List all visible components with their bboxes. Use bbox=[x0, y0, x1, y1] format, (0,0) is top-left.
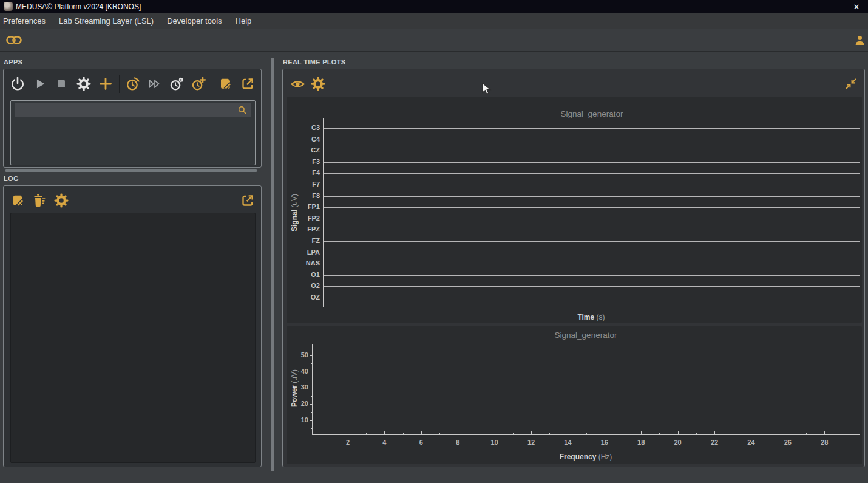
search-icon[interactable] bbox=[237, 104, 248, 115]
panel-splitter[interactable] bbox=[271, 58, 274, 471]
minimize-button[interactable]: — bbox=[801, 0, 822, 13]
x-tick-label-16: 16 bbox=[592, 439, 617, 446]
application-window: MEDUSA© Platform v2024 [KRONOS] — ✕ Pref… bbox=[0, 0, 868, 483]
maximize-button[interactable] bbox=[824, 0, 845, 13]
app-logo-icon bbox=[4, 2, 13, 11]
x-minor-tick-11 bbox=[513, 433, 514, 434]
y-minor-tick-25 bbox=[311, 396, 313, 397]
x-major-tick-12 bbox=[531, 431, 532, 434]
channel-baseline-lpa bbox=[324, 253, 860, 253]
x-minor-tick-7 bbox=[439, 433, 440, 434]
log-settings-gear-icon[interactable] bbox=[53, 193, 69, 208]
y-minor-tick-35 bbox=[311, 380, 313, 380]
menu-item-preferences[interactable]: Preferences bbox=[3, 13, 52, 29]
menu-item-help[interactable]: Help bbox=[229, 13, 259, 29]
channel-baseline-cz bbox=[324, 151, 860, 151]
main-toolbar bbox=[0, 30, 868, 52]
minimize-icon: — bbox=[808, 2, 815, 11]
channel-baseline-f8 bbox=[324, 196, 860, 197]
lsl-link-icon[interactable] bbox=[6, 35, 22, 45]
channel-baseline-f7 bbox=[324, 185, 860, 185]
channel-baseline-o2 bbox=[324, 286, 860, 287]
x-major-tick-6 bbox=[421, 431, 422, 434]
x-tick-label-12: 12 bbox=[519, 439, 543, 446]
log-clear-trash-icon[interactable] bbox=[32, 193, 47, 208]
timer-settings-icon[interactable] bbox=[169, 76, 185, 92]
x-minor-tick-15 bbox=[586, 433, 587, 434]
x-major-tick-28 bbox=[824, 431, 825, 434]
menu-item-developer-tools[interactable]: Developer tools bbox=[160, 13, 228, 29]
x-tick-label-28: 28 bbox=[812, 439, 836, 446]
x-minor-tick-3 bbox=[366, 433, 367, 434]
channel-baseline-c4 bbox=[324, 140, 860, 140]
x-major-tick-8 bbox=[458, 431, 458, 434]
channel-label-fz: FZ bbox=[285, 237, 320, 244]
user-account-icon[interactable] bbox=[853, 34, 866, 47]
collapse-arrows-icon[interactable] bbox=[844, 77, 858, 91]
channel-label-c4: C4 bbox=[285, 135, 320, 143]
y-major-tick-40 bbox=[310, 372, 313, 372]
log-edit-notes-icon[interactable] bbox=[11, 193, 25, 208]
channel-label-nas: NAS bbox=[285, 259, 320, 267]
x-tick-label-10: 10 bbox=[483, 439, 507, 446]
x-tick-label-14: 14 bbox=[555, 439, 580, 446]
x-major-tick-26 bbox=[788, 431, 788, 434]
spectrum-y-axis-label: Power (uV) bbox=[290, 369, 299, 407]
x-major-tick-16 bbox=[605, 431, 605, 434]
edit-notes-icon[interactable] bbox=[219, 77, 233, 91]
window-title: MEDUSA© Platform v2024 [KRONOS] bbox=[16, 2, 141, 11]
y-major-tick-30 bbox=[310, 388, 313, 388]
title-bar: MEDUSA© Platform v2024 [KRONOS] — ✕ bbox=[0, 0, 868, 13]
eeg-y-axis-label: Signal (uV) bbox=[290, 194, 299, 231]
log-panel bbox=[3, 185, 262, 467]
x-minor-tick-17 bbox=[623, 433, 623, 434]
timer-run-icon[interactable] bbox=[125, 76, 141, 92]
x-minor-tick-23 bbox=[733, 433, 733, 434]
eeg-plot-area: C3C4CZF3F4F7F8FP1FP2FPZFZLPANASO1O2OZ bbox=[323, 118, 860, 307]
x-tick-label-22: 22 bbox=[702, 439, 727, 446]
x-tick-label-24: 24 bbox=[739, 439, 763, 446]
x-major-tick-2 bbox=[348, 431, 348, 434]
channel-label-o2: O2 bbox=[285, 282, 320, 289]
spectrum-plot-widget: Signal_generator 10203040502468101214161… bbox=[287, 326, 862, 464]
x-minor-tick-27 bbox=[806, 433, 807, 434]
channel-baseline-c3 bbox=[324, 128, 860, 129]
x-major-tick-4 bbox=[384, 431, 385, 434]
fast-forward-icon[interactable] bbox=[147, 77, 161, 91]
channel-label-o1: O1 bbox=[285, 271, 320, 278]
apps-settings-gear-icon[interactable] bbox=[76, 76, 92, 92]
close-button[interactable]: ✕ bbox=[846, 0, 867, 13]
y-tick-label-50: 50 bbox=[284, 351, 308, 358]
apps-search-input[interactable] bbox=[15, 103, 251, 117]
open-external-icon[interactable] bbox=[240, 77, 255, 91]
play-icon[interactable] bbox=[33, 77, 47, 91]
channel-label-lpa: LPA bbox=[285, 248, 320, 256]
menu-item-lab-streaming-layer-lsl[interactable]: Lab Streaming Layer (LSL) bbox=[52, 13, 160, 29]
visibility-eye-icon[interactable] bbox=[290, 77, 305, 92]
channel-baseline-f4 bbox=[324, 173, 860, 174]
x-tick-label-2: 2 bbox=[336, 439, 360, 446]
y-minor-tick-15 bbox=[311, 412, 313, 413]
apps-list[interactable] bbox=[10, 100, 256, 165]
timer-add-icon[interactable] bbox=[191, 76, 206, 92]
plots-settings-gear-icon[interactable] bbox=[310, 76, 326, 92]
channel-label-c3: C3 bbox=[285, 124, 320, 131]
x-minor-tick-5 bbox=[403, 433, 404, 434]
x-major-tick-14 bbox=[568, 431, 568, 434]
power-icon[interactable] bbox=[10, 76, 25, 92]
spectrum-x-axis-label: Frequency (Hz) bbox=[312, 453, 860, 461]
apps-horizontal-scrollbar[interactable] bbox=[5, 169, 257, 172]
plots-section-title: REAL TIME PLOTS bbox=[283, 58, 345, 66]
spectrum-chart-title: Signal_generator bbox=[312, 331, 860, 340]
x-major-tick-24 bbox=[751, 431, 751, 434]
maximize-icon bbox=[832, 4, 838, 10]
channel-label-f7: F7 bbox=[285, 180, 320, 188]
log-output-area[interactable] bbox=[10, 213, 256, 463]
add-app-plus-icon[interactable] bbox=[98, 77, 113, 91]
log-open-external-icon[interactable] bbox=[240, 193, 255, 208]
channel-baseline-fp1 bbox=[324, 207, 860, 208]
real-time-plots-panel: Signal_generator C3C4CZF3F4F7F8FP1FP2FPZ… bbox=[282, 69, 865, 467]
x-tick-label-4: 4 bbox=[372, 439, 396, 446]
stop-icon[interactable] bbox=[55, 77, 68, 91]
y-tick-label-10: 10 bbox=[284, 416, 308, 423]
